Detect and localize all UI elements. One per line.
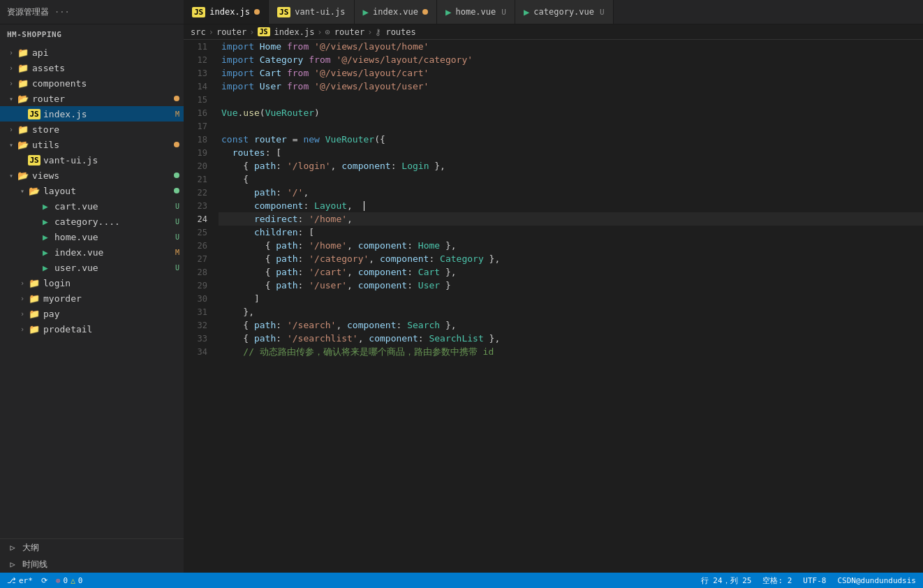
branch-item[interactable]: ⎇ er* [7, 576, 33, 585]
tree-item-store[interactable]: ›📁 store [0, 122, 184, 137]
tree-arrow: › [17, 295, 28, 302]
code-line[interactable]: 28 { path: '/cart', component: Cart }, [184, 265, 923, 279]
tree-arrow: ▾ [6, 95, 17, 103]
tree-item-router[interactable]: ▾📂 router [0, 91, 184, 106]
code-line[interactable]: 14import User from '@/views/layout/user' [184, 80, 923, 93]
tree-item-utils[interactable]: ▾📂 utils [0, 137, 184, 152]
code-line[interactable]: 26 { path: '/home', component: Home }, [184, 239, 923, 252]
tree-item-category----[interactable]: ▶ category....U [0, 214, 184, 229]
tree-file-icon: 📂 [17, 140, 29, 150]
errors-item[interactable]: ⊗ 0 △ 0 [56, 576, 83, 585]
code-line[interactable]: 24 redirect: '/home', [184, 212, 923, 226]
position-item[interactable]: 行 24，列 25 [701, 575, 752, 586]
tree-item-api[interactable]: ›📁 api [0, 45, 184, 60]
breadcrumb-item[interactable]: router [216, 27, 246, 37]
tree-item-components[interactable]: ›📁 components [0, 75, 184, 91]
line-content: { path: '/home', component: Home }, [219, 239, 923, 252]
vue-lang-icon: ▶ [363, 6, 369, 17]
tree-item-name: api [32, 47, 184, 58]
tree-item-prodetail[interactable]: ›📁 prodetail [0, 321, 184, 337]
tree-item-index-js[interactable]: JS index.jsM [0, 106, 184, 122]
line-content: import User from '@/views/layout/user' [219, 80, 923, 93]
indent-item[interactable]: 空格: 2 [762, 575, 792, 586]
code-line[interactable]: 19 routes: [ [184, 146, 923, 159]
line-content [219, 119, 923, 133]
tab-name: category.vue [533, 7, 594, 17]
line-content: routes: [ [219, 146, 923, 159]
breadcrumb-item[interactable]: router [334, 27, 364, 37]
line-content: { path: '/user', component: User } [219, 279, 923, 292]
code-editor[interactable]: 11import Home from '@/views/layout/home'… [184, 40, 923, 573]
line-number: 32 [184, 318, 219, 332]
sidebar-tree: ›📁 api›📁 assets›📁 components▾📂 routerJS … [0, 45, 184, 337]
sync-item[interactable]: ⟳ [41, 576, 47, 585]
code-line[interactable]: 32 { path: '/search', component: Search … [184, 318, 923, 332]
titlebar-dots[interactable]: ··· [54, 7, 70, 17]
tree-arrow: › [17, 325, 28, 333]
tree-item-user-vue[interactable]: ▶ user.vueU [0, 260, 184, 275]
code-line[interactable]: 15 [184, 93, 923, 106]
sidebar: HM-SHOPPING ›📁 api›📁 assets›📁 components… [0, 24, 184, 573]
code-line[interactable]: 25 children: [ [184, 226, 923, 239]
breadcrumb-item[interactable]: src [191, 27, 206, 37]
tab-tab-categoryvue[interactable]: ▶category.vueU [515, 0, 614, 24]
error-count: 0 [64, 576, 68, 585]
tab-tab-homevue[interactable]: ▶home.vueU [437, 0, 515, 24]
code-line[interactable]: 11import Home from '@/views/layout/home' [184, 40, 923, 53]
sidebar-bottom: ▷ 大纲 ▷ 时间线 [0, 538, 184, 573]
code-line[interactable]: 17 [184, 119, 923, 133]
code-line[interactable]: 21 { [184, 172, 923, 186]
code-line[interactable]: 20 { path: '/login', component: Login }, [184, 159, 923, 172]
breadcrumb-js-icon: JS [258, 27, 270, 36]
code-line[interactable]: 23 component: Layout, [184, 199, 923, 212]
code-line[interactable]: 22 path: '/', [184, 186, 923, 199]
line-content: path: '/', [219, 186, 923, 199]
tree-item-pay[interactable]: ›📁 pay [0, 306, 184, 321]
line-number: 34 [184, 345, 219, 358]
encoding-item[interactable]: UTF-8 [803, 576, 826, 585]
tree-badge: U [175, 218, 179, 226]
sidebar-timeline[interactable]: ▷ 时间线 [0, 556, 184, 573]
tree-arrow: › [17, 279, 28, 287]
breadcrumb-symbol: ⊙ [325, 27, 330, 37]
tree-file-icon: 📂 [17, 94, 29, 104]
tree-item-vant-ui-js[interactable]: JS vant-ui.js [0, 152, 184, 168]
line-content: { path: '/cart', component: Cart }, [219, 265, 923, 279]
code-line[interactable]: 33 { path: '/searchlist', component: Sea… [184, 332, 923, 345]
statusbar: ⎇ er* ⟳ ⊗ 0 △ 0 行 24，列 25 空格: 2 UTF-8 CS… [0, 573, 923, 588]
tree-item-index-vue[interactable]: ▶ index.vueM [0, 244, 184, 260]
line-content: redirect: '/home', [219, 212, 923, 226]
code-line[interactable]: 13import Cart from '@/views/layout/cart' [184, 66, 923, 80]
code-line[interactable]: 12import Category from '@/views/layout/c… [184, 53, 923, 66]
tree-item-views[interactable]: ▾📂 views [0, 168, 184, 183]
code-line[interactable]: 29 { path: '/user', component: User } [184, 279, 923, 292]
breadcrumb-item[interactable]: routes [385, 27, 415, 37]
tree-item-assets[interactable]: ›📁 assets [0, 60, 184, 75]
tree-arrow: › [6, 80, 17, 87]
tree-item-name: assets [32, 63, 184, 73]
line-number: 23 [184, 199, 219, 212]
code-line[interactable]: 18const router = new VueRouter({ [184, 133, 923, 146]
line-content: // 动态路由传参，确认将来是哪个商品，路由参数中携带 id [219, 345, 923, 358]
tab-name: vant-ui.js [295, 7, 345, 17]
statusbar-left: ⎇ er* ⟳ ⊗ 0 △ 0 [7, 576, 82, 585]
code-line[interactable]: 30 ] [184, 292, 923, 305]
tree-arrow: › [6, 49, 17, 57]
tree-item-cart-vue[interactable]: ▶ cart.vueU [0, 198, 184, 214]
line-number: 19 [184, 146, 219, 159]
tree-item-layout[interactable]: ▾📂 layout [0, 183, 184, 198]
code-line[interactable]: 34 // 动态路由传参，确认将来是哪个商品，路由参数中携带 id [184, 345, 923, 358]
code-line[interactable]: 16Vue.use(VueRouter) [184, 106, 923, 119]
code-line[interactable]: 31 }, [184, 305, 923, 318]
tab-tab-indexjs[interactable]: JSindex.js [184, 0, 269, 24]
tree-file-icon: 📂 [28, 186, 40, 196]
sidebar-outline[interactable]: ▷ 大纲 [0, 539, 184, 556]
line-content: const router = new VueRouter({ [219, 133, 923, 146]
tree-item-myorder[interactable]: ›📁 myorder [0, 291, 184, 306]
tab-tab-indexvue[interactable]: ▶index.vue [355, 0, 437, 24]
tab-tab-vantui[interactable]: JSvant-ui.js [269, 0, 355, 24]
breadcrumb-item[interactable]: index.js [274, 27, 315, 37]
code-line[interactable]: 27 { path: '/category', component: Categ… [184, 252, 923, 265]
tree-item-home-vue[interactable]: ▶ home.vueU [0, 229, 184, 244]
tree-item-login[interactable]: ›📁 login [0, 275, 184, 291]
